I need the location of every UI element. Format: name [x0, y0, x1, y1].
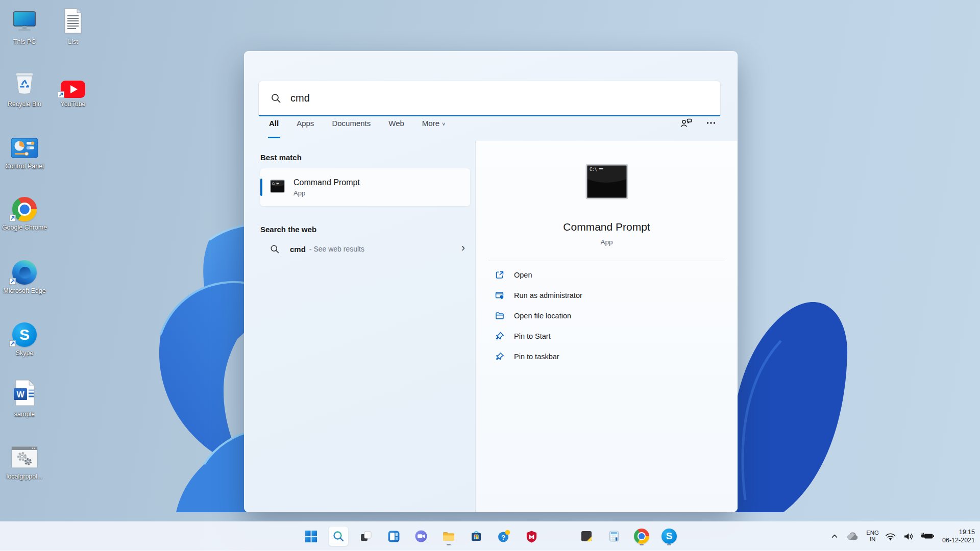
preview-title: Command Prompt: [563, 221, 650, 233]
battery-charging-icon[interactable]: [920, 531, 935, 541]
feedback-icon[interactable]: [680, 117, 692, 131]
best-match-result-command-prompt[interactable]: C:\ Command Prompt App: [260, 168, 470, 206]
microsoft-store-button[interactable]: [466, 526, 486, 546]
edge-icon: [12, 260, 37, 285]
skype-icon: S: [662, 529, 677, 544]
result-title: Command Prompt: [293, 178, 360, 187]
desktop-icon-youtube[interactable]: YouTube: [50, 69, 96, 108]
desktop-icon-google-chrome[interactable]: Google Chrome: [1, 193, 48, 232]
tray-date: 06-12-2021: [942, 536, 975, 544]
skype-button[interactable]: S: [659, 526, 679, 546]
desktop-icon-label: Recycle Bin: [1, 101, 48, 108]
web-query-text: cmd: [290, 245, 306, 254]
tab-documents[interactable]: Documents: [332, 118, 371, 139]
search-button[interactable]: [328, 526, 349, 546]
wifi-icon[interactable]: [884, 531, 897, 542]
open-external-icon: [495, 270, 504, 280]
onedrive-cloud-icon[interactable]: [845, 531, 861, 542]
tab-more[interactable]: More˅: [422, 118, 446, 139]
chevron-down-icon: ˅: [442, 121, 445, 127]
best-match-heading: Best match: [260, 153, 470, 162]
action-list: Open Run as administrator: [476, 265, 738, 367]
task-view-button[interactable]: [356, 526, 376, 546]
web-search-result[interactable]: cmd - See web results ›: [260, 237, 470, 261]
recycle-bin-icon: [13, 69, 36, 98]
desktop-icon-this-pc[interactable]: This PC: [1, 7, 48, 46]
desktop-icon-skype[interactable]: S Skype: [1, 318, 48, 357]
search-input[interactable]: cmd: [258, 81, 721, 116]
desktop-icon-recycle-bin[interactable]: Recycle Bin: [1, 69, 48, 108]
this-pc-monitor-icon: [11, 10, 38, 36]
chrome-icon: [634, 529, 649, 544]
clock[interactable]: 19:15 06-12-2021: [942, 528, 975, 544]
action-open-file-location[interactable]: Open file location: [476, 306, 738, 326]
mcafee-shield-icon: [525, 530, 538, 543]
chrome-button[interactable]: [631, 526, 652, 546]
calculator-button[interactable]: [604, 526, 624, 546]
pin-icon: [495, 352, 504, 361]
get-help-button[interactable]: ?: [494, 526, 514, 546]
web-result-hint: - See web results: [309, 245, 364, 253]
group-policy-window-icon: [11, 446, 38, 470]
taskbar: ?: [0, 521, 980, 551]
svg-text:C:\: C:\: [590, 167, 597, 172]
desktop-icon-label: List: [50, 38, 96, 46]
result-type: App: [293, 189, 360, 197]
tab-all[interactable]: All: [269, 118, 279, 139]
command-prompt-icon: C:\: [270, 180, 285, 195]
folder-icon: [495, 311, 504, 320]
more-options-icon[interactable]: [706, 118, 716, 130]
tab-web[interactable]: Web: [388, 118, 404, 139]
chat-button[interactable]: [411, 526, 431, 546]
search-the-web-heading: Search the web: [260, 225, 470, 234]
action-pin-to-taskbar[interactable]: Pin to taskbar: [476, 346, 738, 367]
action-run-as-administrator[interactable]: Run as administrator: [476, 285, 738, 306]
document-icon: [63, 8, 83, 36]
desktop-icon-label: Google Chrome: [1, 224, 48, 232]
tab-apps[interactable]: Apps: [297, 118, 314, 139]
start-button[interactable]: [301, 526, 321, 546]
skype-icon: S: [12, 322, 37, 347]
control-panel-icon: [11, 138, 38, 160]
language-indicator[interactable]: ENGIN: [866, 530, 879, 543]
desktop-icon-list[interactable]: List: [50, 7, 96, 46]
mcafee-button[interactable]: [521, 526, 542, 546]
desktop-icon-microsoft-edge[interactable]: Microsoft Edge: [1, 256, 48, 295]
search-icon: [271, 93, 282, 104]
widgets-button[interactable]: [383, 526, 404, 546]
divider: [488, 261, 725, 261]
svg-text:?: ?: [501, 534, 505, 541]
search-filter-tabs: All Apps Documents Web More˅: [269, 118, 445, 139]
shortcut-arrow-icon: [9, 340, 16, 347]
desktop-icon-control-panel[interactable]: Control Panel: [1, 132, 48, 170]
system-tray: ENGIN: [829, 521, 975, 551]
action-open[interactable]: Open: [476, 265, 738, 285]
desktop-icon-label: Microsoft Edge: [1, 287, 48, 295]
sticky-notes-button[interactable]: [576, 526, 597, 546]
preview-type: App: [600, 238, 612, 246]
action-pin-to-start[interactable]: Pin to Start: [476, 326, 738, 346]
volume-icon[interactable]: [902, 531, 915, 542]
search-results-column: Best match C:\ Command Prompt App: [244, 141, 475, 512]
task-view-icon: [360, 530, 372, 542]
chrome-icon: [12, 197, 37, 221]
pin-icon: [495, 332, 504, 341]
desktop-icon-label: localgrppol...: [1, 473, 48, 481]
shortcut-arrow-icon: [9, 215, 16, 221]
desktop-icon-label: Skype: [1, 349, 48, 357]
youtube-icon: [61, 81, 85, 98]
calculator-icon: [608, 530, 620, 542]
search-flyout-panel: cmd All Apps Documents Web More˅: [244, 51, 738, 512]
desktop-background: This PC List Recycle Bin: [0, 0, 980, 551]
file-explorer-button[interactable]: [438, 526, 459, 546]
widgets-icon: [387, 530, 400, 543]
shortcut-arrow-icon: [58, 91, 64, 98]
desktop-icon-sample[interactable]: W sample: [1, 380, 48, 418]
hidden-icons-chevron[interactable]: [829, 531, 840, 542]
word-document-icon: W: [13, 380, 36, 408]
search-icon: [270, 244, 280, 254]
search-query-text: cmd: [290, 92, 310, 104]
sticky-notes-icon: [580, 530, 593, 542]
chevron-right-icon: ›: [461, 242, 465, 256]
desktop-icon-localgrppol[interactable]: localgrppol...: [1, 442, 48, 481]
